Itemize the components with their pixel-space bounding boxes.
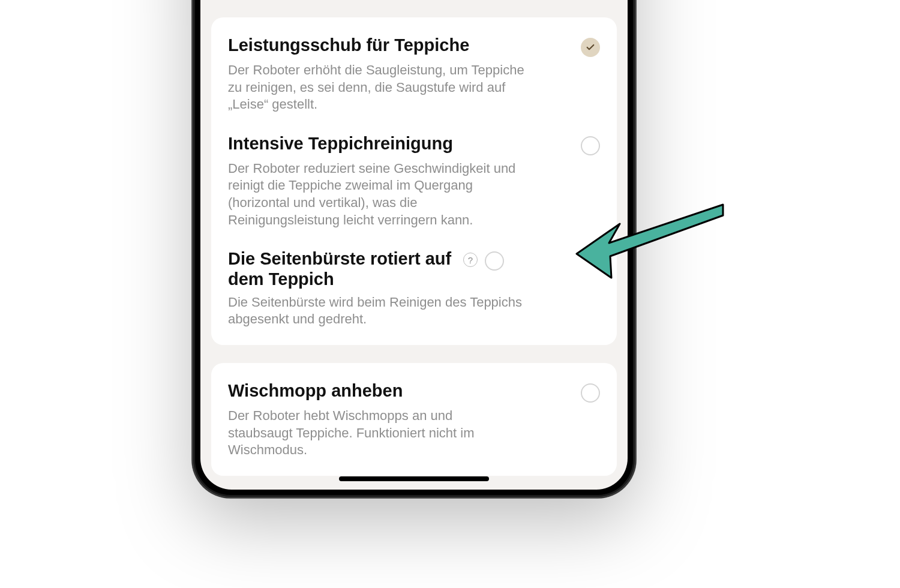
settings-card-mop: Wischmopp anheben Der Roboter hebt Wisch… [211, 363, 617, 476]
phone-frame: Leistungsschub für Teppiche Der Roboter … [192, 0, 636, 498]
option-description: Die Seitenbürste wird beim Reinigen des … [228, 294, 528, 328]
option-title: Die Seitenbürste rotiert auf dem Teppich [228, 249, 456, 289]
option-title: Intensive Teppichreinigung [228, 134, 574, 154]
option-mop-lift[interactable]: Wischmopp anheben Der Roboter hebt Wisch… [228, 367, 600, 459]
check-icon [586, 43, 595, 52]
phone-screen: Leistungsschub für Teppiche Der Roboter … [200, 0, 628, 490]
toggle-mop-lift[interactable] [581, 383, 600, 403]
option-description: Der Roboter reduziert seine Geschwindigk… [228, 160, 528, 229]
settings-list: Leistungsschub für Teppiche Der Roboter … [200, 0, 628, 490]
home-indicator [339, 476, 489, 481]
toggle-intensive-carpet[interactable] [581, 136, 600, 155]
settings-card-carpet: Leistungsschub für Teppiche Der Roboter … [211, 17, 617, 345]
toggle-side-brush-rotate[interactable] [485, 251, 504, 271]
option-description: Der Roboter hebt Wischmopps an und staub… [228, 407, 480, 459]
option-side-brush-rotate[interactable]: Die Seitenbürste rotiert auf dem Teppich… [228, 229, 600, 328]
option-title: Wischmopp anheben [228, 381, 574, 401]
toggle-carpet-boost[interactable] [581, 38, 600, 57]
option-carpet-boost[interactable]: Leistungsschub für Teppiche Der Roboter … [228, 21, 600, 113]
help-icon[interactable]: ? [463, 253, 478, 267]
option-intensive-carpet[interactable]: Intensive Teppichreinigung Der Roboter r… [228, 113, 600, 229]
option-description: Der Roboter erhöht die Saugleistung, um … [228, 62, 528, 113]
phone-mockup: Leistungsschub für Teppiche Der Roboter … [192, 0, 636, 498]
option-title: Leistungsschub für Teppiche [228, 35, 574, 55]
